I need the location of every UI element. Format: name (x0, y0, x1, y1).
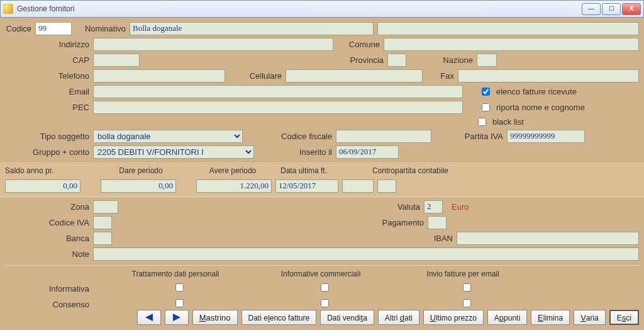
pagamento-input[interactable] (428, 216, 447, 229)
cellulare-label: Cellulare (229, 71, 282, 81)
partita-iva-input[interactable] (507, 130, 585, 143)
altri-dati-button[interactable]: Altri dati (378, 310, 419, 325)
invio-email-header: Invio fatture per email (394, 270, 532, 278)
varia-button[interactable]: Varia (574, 310, 606, 325)
banca-input[interactable] (93, 232, 112, 245)
partita-iva-label: Partita IVA (435, 132, 503, 141)
zona-label: Zona (5, 202, 89, 212)
next-button[interactable] (165, 310, 189, 325)
ultimo-prezzo-button[interactable]: Ultimo prezzo (423, 310, 484, 325)
elenco-fatture-label: elenco fatture ricevute (496, 87, 577, 96)
codice-iva-label: Codice IVA (5, 218, 89, 227)
informativa-comm-checkbox[interactable] (321, 283, 329, 292)
consenso-tratt-checkbox[interactable] (175, 299, 184, 307)
nazione-label: Nazione (410, 55, 473, 65)
arrow-left-icon (145, 314, 153, 321)
black-list-label: black list (492, 117, 524, 127)
appunti-button[interactable]: Appunti (487, 310, 527, 325)
contropartita-sub-input[interactable] (377, 179, 396, 193)
avere-input[interactable] (196, 179, 272, 193)
cellulare-input[interactable] (286, 69, 423, 82)
inserito-il-input[interactable] (336, 145, 399, 159)
prev-button[interactable] (137, 310, 161, 325)
close-button[interactable]: X (622, 3, 641, 15)
comune-label: Comune (337, 40, 380, 49)
contropartita-code-input[interactable] (342, 179, 374, 193)
nominativo-label: Nominativo (75, 24, 126, 33)
informativa-email-checkbox[interactable] (463, 283, 471, 292)
nazione-input[interactable] (477, 54, 497, 67)
dare-header: Dare periodo (97, 166, 185, 175)
saldo-header: Saldo anno pr. (5, 166, 93, 175)
telefono-input[interactable] (93, 69, 225, 82)
app-icon (3, 4, 13, 14)
codice-fiscale-label: Codice fiscale (247, 132, 332, 141)
elenco-fatture-checkbox[interactable] (482, 88, 490, 96)
trattamento-header: Trattamento dati personali (103, 270, 248, 278)
pec-input[interactable] (93, 101, 463, 114)
tipo-soggetto-select[interactable]: bolla doganale (93, 130, 243, 143)
nominativo-input[interactable] (130, 22, 374, 35)
consenso-email-checkbox[interactable] (463, 299, 471, 307)
zona-input[interactable] (93, 200, 118, 213)
separator (5, 263, 639, 266)
pagamento-label: Pagamento (367, 218, 424, 227)
codice-input[interactable] (35, 22, 72, 35)
gruppo-conto-select[interactable]: 2205 DEBITI V/FORNITORI I (93, 145, 254, 159)
provincia-label: Provincia (143, 55, 384, 65)
codice-iva-input[interactable] (93, 216, 112, 229)
cap-input[interactable] (93, 54, 140, 67)
codice-label: Codice (5, 24, 31, 33)
dati-vendita-button[interactable]: Dati vendita (320, 310, 374, 325)
saldo-section: Saldo anno pr. Dare periodo Avere period… (0, 161, 644, 197)
data-ultima-header: Data ultima ft. (280, 166, 369, 175)
riporta-label: riporta nome e cognome (496, 103, 585, 112)
valuta-label: Valuta (382, 202, 420, 212)
form-body: Codice Nominativo Indirizzo Comune CAP P… (0, 18, 644, 317)
email-label: Email (5, 87, 89, 96)
valuta-input[interactable] (424, 200, 443, 213)
dati-elenco-button[interactable]: Dati elenco fatture (242, 310, 317, 325)
arrow-right-icon (173, 314, 180, 321)
inserito-il-label: Inserito il (258, 147, 332, 157)
avere-header: Avere periodo (189, 166, 277, 175)
minimize-button[interactable]: — (582, 3, 601, 15)
codice-fiscale-input[interactable] (336, 130, 431, 143)
esci-button[interactable]: Esci (609, 310, 639, 325)
telefono-label: Telefono (5, 71, 89, 81)
button-bar: Mastrino Dati elenco fatture Dati vendit… (0, 307, 644, 327)
indirizzo-label: Indirizzo (5, 40, 89, 49)
riporta-checkbox[interactable] (482, 103, 490, 111)
email-input[interactable] (93, 85, 463, 98)
black-list-checkbox[interactable] (478, 118, 486, 126)
saldo-input[interactable] (5, 179, 80, 193)
comune-input[interactable] (384, 38, 639, 51)
elimina-button[interactable]: Elimina (531, 310, 570, 325)
banca-label: Banca (5, 234, 89, 243)
note-input[interactable] (93, 248, 639, 261)
mastrino-button[interactable]: Mastrino (192, 310, 238, 325)
informativa-tratt-checkbox[interactable] (175, 283, 184, 292)
iban-label: IBAN (421, 234, 453, 243)
informativa-label: Informativa (5, 284, 89, 293)
pec-label: PEC (5, 103, 89, 112)
note-label: Note (5, 249, 89, 259)
provincia-input[interactable] (387, 54, 406, 67)
iban-input[interactable] (457, 232, 639, 245)
fax-input[interactable] (458, 69, 639, 82)
fax-label: Fax (426, 71, 454, 81)
consenso-comm-checkbox[interactable] (321, 299, 329, 307)
window-titlebar: Gestione fornitori — ☐ X (0, 0, 644, 18)
valuta-desc: Euro (447, 202, 484, 212)
maximize-button[interactable]: ☐ (602, 3, 621, 15)
contropartita-header: Contropartita contabile (372, 166, 448, 175)
dare-input[interactable] (101, 179, 176, 193)
nominativo2-input[interactable] (377, 22, 639, 35)
indirizzo-input[interactable] (93, 38, 333, 51)
data-ultima-input[interactable] (275, 179, 338, 193)
info-comm-header: Informative commerciali (252, 270, 390, 278)
tipo-soggetto-label: Tipo soggetto (5, 132, 89, 141)
cap-label: CAP (5, 55, 89, 65)
window-title: Gestione fornitori (17, 4, 582, 13)
gruppo-conto-label: Gruppo + conto (5, 147, 89, 157)
